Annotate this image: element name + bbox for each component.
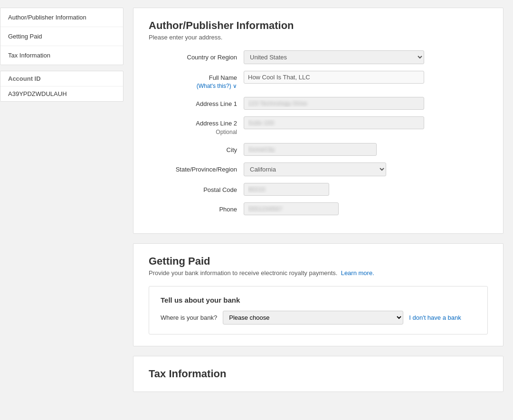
sidebar-nav-section: Author/Publisher Information Getting Pai… — [0, 8, 124, 65]
country-label: Country or Region — [149, 50, 244, 62]
sidebar-item-tax-information[interactable]: Tax Information — [0, 46, 123, 65]
sidebar-item-getting-paid[interactable]: Getting Paid — [0, 27, 123, 46]
sidebar-account-section: Account ID A39YPDZWDULAUH — [0, 71, 124, 102]
postal-input[interactable] — [244, 183, 329, 196]
address1-input[interactable] — [244, 97, 424, 110]
address2-input[interactable] — [244, 116, 424, 129]
postal-row: Postal Code — [149, 183, 488, 196]
account-id-value: A39YPDZWDULAUH — [0, 86, 123, 101]
author-publisher-card: Author/Publisher Information Please ente… — [133, 8, 504, 234]
where-is-bank-label: Where is your bank? — [161, 314, 217, 321]
whats-this-link[interactable]: (What's this?) ∨ — [149, 82, 237, 90]
phone-row: Phone — [149, 202, 488, 215]
full-name-control — [244, 71, 424, 84]
address2-label: Address Line 2 Optional — [149, 116, 244, 136]
country-row: Country or Region United States — [149, 50, 488, 64]
full-name-row: Full Name (What's this?) ∨ — [149, 71, 488, 90]
address2-control — [244, 116, 424, 129]
postal-control — [244, 183, 424, 196]
address2-row: Address Line 2 Optional — [149, 116, 488, 136]
sidebar: Author/Publisher Information Getting Pai… — [0, 0, 124, 420]
getting-paid-subtitle: Provide your bank information to receive… — [149, 269, 488, 277]
city-input[interactable] — [244, 143, 377, 156]
account-id-label: Account ID — [0, 71, 123, 86]
sidebar-item-author-publisher[interactable]: Author/Publisher Information — [0, 8, 123, 27]
state-control: California — [244, 162, 424, 176]
main-content: Author/Publisher Information Please ente… — [124, 0, 513, 420]
bank-box: Tell us about your bank Where is your ba… — [149, 286, 488, 334]
getting-paid-card: Getting Paid Provide your bank informati… — [133, 243, 504, 346]
phone-control — [244, 202, 424, 215]
no-bank-link[interactable]: I don't have a bank — [409, 314, 461, 321]
phone-input[interactable] — [244, 202, 339, 215]
address1-row: Address Line 1 — [149, 97, 488, 110]
country-select[interactable]: United States — [244, 50, 424, 64]
bank-select[interactable]: Please choose — [223, 311, 403, 325]
author-publisher-subtitle: Please enter your address. — [149, 34, 488, 41]
bank-row: Where is your bank? Please choose I don'… — [161, 311, 476, 325]
optional-label: Optional — [216, 129, 237, 135]
tax-information-title: Tax Information — [149, 368, 488, 380]
full-name-input[interactable] — [244, 71, 424, 84]
getting-paid-title: Getting Paid — [149, 255, 488, 267]
full-name-label: Full Name (What's this?) ∨ — [149, 71, 244, 90]
learn-more-link[interactable]: Learn more. — [341, 269, 374, 277]
bank-box-title: Tell us about your bank — [161, 296, 476, 304]
postal-label: Postal Code — [149, 183, 244, 194]
tax-information-card: Tax Information — [133, 356, 504, 392]
address1-label: Address Line 1 — [149, 97, 244, 108]
city-label: City — [149, 143, 244, 154]
address1-control — [244, 97, 424, 110]
city-row: City — [149, 143, 488, 156]
state-row: State/Province/Region California — [149, 162, 488, 176]
state-select[interactable]: California — [244, 162, 386, 176]
state-label: State/Province/Region — [149, 162, 244, 174]
author-publisher-title: Author/Publisher Information — [149, 19, 488, 32]
country-control: United States — [244, 50, 424, 64]
city-control — [244, 143, 424, 156]
phone-label: Phone — [149, 202, 244, 214]
